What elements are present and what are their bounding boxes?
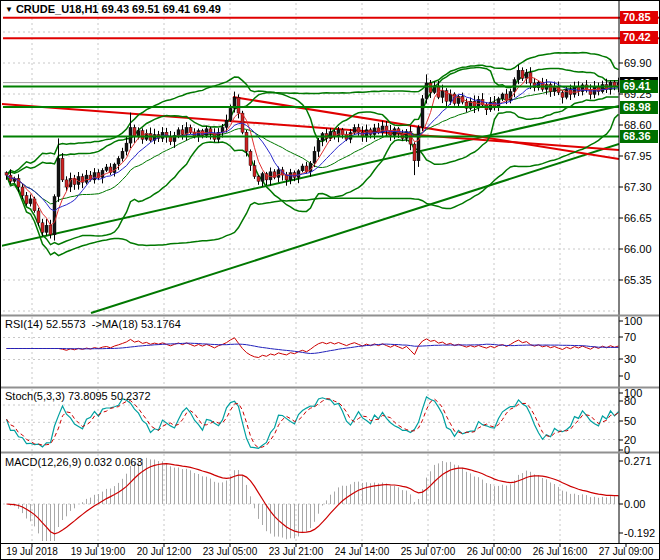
candle-body <box>261 174 264 182</box>
candle-body <box>85 175 88 182</box>
candle-body <box>41 223 44 233</box>
candle-body <box>373 128 376 135</box>
candle-body <box>313 151 316 163</box>
time-axis-label: 26 Jul 00:00 <box>467 546 522 557</box>
chart-canvas[interactable] <box>1 1 660 560</box>
candle-body <box>573 87 576 95</box>
candle-body <box>505 94 508 100</box>
price-tick-label: 69.90 <box>624 57 652 70</box>
candle-body <box>529 73 532 84</box>
resistance-price-badge: 70.42 <box>620 31 658 44</box>
candle-body <box>257 177 260 182</box>
candle-body <box>301 166 304 171</box>
candle-body <box>65 180 68 187</box>
candle-body <box>521 70 524 78</box>
candle-body <box>421 99 424 128</box>
candle-body <box>113 164 116 173</box>
time-axis-label: 24 Jul 14:00 <box>335 546 390 557</box>
candle-body <box>57 158 60 196</box>
time-axis-label: 19 Jul 2018 <box>6 546 58 557</box>
support-price-badge: 69.41 <box>620 80 658 93</box>
symbol-dropdown-icon[interactable]: ▼ <box>5 5 13 14</box>
stoch-indicator-label: Stoch(5,3,3) 73.8095 50.2372 <box>5 390 151 402</box>
time-axis-label: 19 Jul 19:00 <box>71 546 126 557</box>
indicator-scale-label: -0.192 <box>624 527 655 540</box>
candle-body <box>525 73 528 79</box>
time-axis-label: 27 Jul 09:00 <box>599 546 654 557</box>
candle-body <box>561 93 564 98</box>
candle-body <box>29 199 32 204</box>
candle-body <box>53 197 56 235</box>
indicator-scale-label: 70 <box>624 331 636 344</box>
indicator-scale-label: 80 <box>624 395 636 408</box>
candle-body <box>229 108 232 120</box>
candle-body <box>497 99 500 107</box>
candle-body <box>117 158 120 164</box>
candle-body <box>237 97 240 113</box>
price-tick-label: 67.30 <box>624 181 652 194</box>
indicator-scale-label: 0.271 <box>624 455 652 468</box>
support-price-badge: 68.98 <box>620 101 658 114</box>
moving-average-line <box>7 82 619 211</box>
candle-body <box>285 175 288 180</box>
candle-body <box>45 225 48 232</box>
price-tick-label: 67.95 <box>624 150 652 163</box>
price-tick-label: 66.00 <box>624 243 652 256</box>
candle-body <box>61 158 64 180</box>
indicator-scale-label: 0 <box>624 370 630 383</box>
candle-body <box>169 137 172 142</box>
candle-body <box>501 94 504 99</box>
candle-body <box>413 144 416 161</box>
indicator-scale-label: 30 <box>624 353 636 366</box>
candle-body <box>337 130 340 137</box>
time-axis-label: 20 Jul 12:00 <box>137 546 192 557</box>
rsi-ma-line <box>7 343 619 353</box>
chart-title: ▼CRUDE_U18,H1 69.43 69.51 69.41 69.49 <box>5 3 221 15</box>
chart-window: ▼CRUDE_U18,H1 69.43 69.51 69.41 69.49 RS… <box>0 0 660 560</box>
rsi-indicator-label: RSI(14) 52.5573 ->MA(18) 53.1764 <box>5 318 181 330</box>
price-tick-label: 66.65 <box>624 212 652 225</box>
candle-body <box>441 91 444 98</box>
candle-body <box>181 130 184 135</box>
candle-body <box>201 131 204 136</box>
candle-body <box>177 130 180 136</box>
time-axis-label: 26 Jul 16:00 <box>533 546 588 557</box>
macd-indicator-label: MACD(12,26,9) 0.032 0.063 <box>5 456 143 468</box>
candle-body <box>357 127 360 132</box>
candle-body <box>253 166 256 177</box>
candle-body <box>225 120 228 127</box>
trendline-up[interactable] <box>91 144 619 313</box>
candle-body <box>277 170 280 178</box>
candle-body <box>517 70 520 80</box>
time-axis-label: 23 Jul 05:00 <box>203 546 258 557</box>
candle-body <box>37 211 40 223</box>
ohlc-readout: 69.43 69.51 69.41 69.49 <box>102 3 221 15</box>
candle-body <box>49 225 52 235</box>
candle-body <box>417 127 420 160</box>
indicator-scale-label: 50 <box>624 415 636 428</box>
candle-body <box>121 151 124 158</box>
candle-body <box>25 196 28 204</box>
candle-body <box>429 83 432 93</box>
symbol-period-label: CRUDE_U18,H1 <box>16 3 99 15</box>
candle-body <box>105 167 108 170</box>
candle-body <box>93 173 96 180</box>
candle-body <box>101 170 104 177</box>
candle-body <box>125 143 128 151</box>
candle-body <box>317 140 320 151</box>
candle-body <box>297 171 300 178</box>
candle-body <box>425 83 428 99</box>
support-price-badge: 68.36 <box>620 130 658 143</box>
candle-body <box>245 132 248 151</box>
time-axis-label: 23 Jul 21:00 <box>269 546 324 557</box>
indicator-scale-label: 0.00 <box>624 498 645 511</box>
time-axis-label: 25 Jul 07:00 <box>401 546 456 557</box>
indicator-scale-label: 100 <box>624 315 642 328</box>
resistance-price-badge: 70.85 <box>620 11 658 24</box>
price-tick-label: 65.35 <box>624 274 652 287</box>
candle-body <box>129 127 132 143</box>
candles-group <box>5 65 620 241</box>
candle-body <box>393 129 396 136</box>
candle-body <box>5 173 8 175</box>
candle-body <box>249 151 252 165</box>
